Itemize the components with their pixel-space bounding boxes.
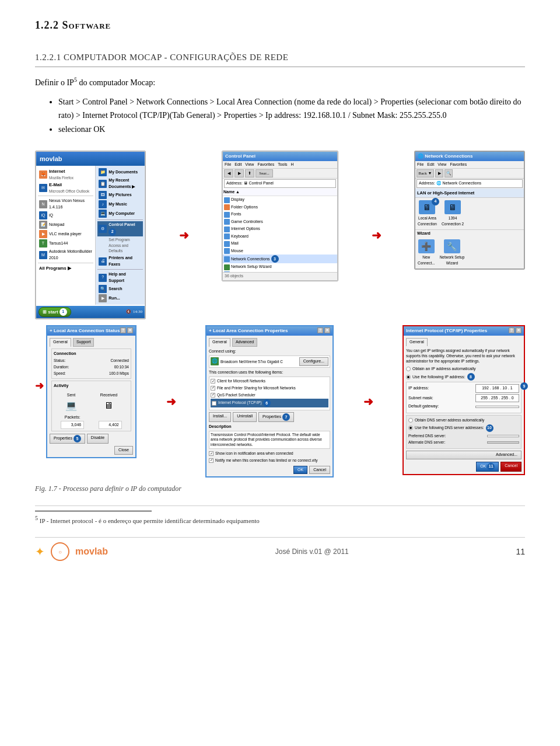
- tcp-btn-row: OK 11 Cancel: [406, 462, 522, 472]
- configure-btn[interactable]: Configure...: [299, 357, 328, 366]
- dialog-close-btn[interactable]: ✕: [127, 327, 133, 333]
- uninstall-btn[interactable]: Uninstall: [233, 412, 257, 422]
- start-menu-sim: movlab 🦊 Internet Mozilla Firefox ✉ E-: [36, 151, 145, 319]
- menu-item-mydocs: 📁 My Documents: [97, 168, 143, 177]
- install-btn[interactable]: Install...: [209, 412, 231, 422]
- net-back-button[interactable]: Back ▼: [416, 169, 434, 177]
- menu-item-computer: 💻 My Computer: [97, 209, 143, 218]
- menu-item-recent: 📋 My Recent Documents ▶: [97, 177, 143, 190]
- cp-item-folder[interactable]: Folder Options: [223, 204, 337, 211]
- menu-item-run: ▶ Run...: [97, 294, 143, 303]
- forward-button[interactable]: ▶: [235, 169, 244, 177]
- cp-header: Control Panel: [223, 152, 337, 161]
- back-button[interactable]: ◀: [224, 169, 233, 177]
- tcp-help-btn[interactable]: ?: [509, 327, 514, 333]
- received-info: Received 🖥: [100, 392, 117, 413]
- dns-section: Obtain DNS server address automatically …: [406, 415, 522, 449]
- sent-info: Sent 💻: [65, 392, 77, 413]
- alternate-dns-field[interactable]: [487, 441, 519, 444]
- ok-btn-la[interactable]: OK: [293, 466, 307, 475]
- fileprint-checkbox[interactable]: ✓: [211, 386, 215, 391]
- dialog-help-btn[interactable]: ?: [120, 327, 126, 333]
- menu-item-motionbuilder: M Autodesk MotionBuilder 2010: [38, 248, 93, 262]
- ip-address-field[interactable]: 192 . 168 . 10 . 1 9: [475, 384, 519, 393]
- client-checkbox[interactable]: ✓: [211, 379, 215, 384]
- auto-ip-radio[interactable]: [406, 367, 411, 371]
- net-search-button[interactable]: 🔍: [444, 169, 453, 177]
- notify-check[interactable]: ✓: [209, 458, 214, 463]
- tcp-close-btn[interactable]: ✕: [516, 327, 522, 333]
- figure-caption: Fig. 1.7 - Processo para definir o IP do…: [35, 483, 525, 494]
- cancel-btn-tcp[interactable]: Cancel: [501, 462, 522, 472]
- menu-item-internet: 🦊 Internet Mozilla Firefox: [38, 168, 93, 181]
- close-btn[interactable]: Close: [114, 446, 133, 455]
- net-icon-setup-wizard[interactable]: 🔧 Network SetupWizard: [440, 239, 465, 266]
- connect-using-label: Connect using:: [209, 348, 330, 355]
- menu-item-controlpanel[interactable]: ⚙ Control Panel 2: [97, 221, 143, 236]
- advanced-btn[interactable]: Advanced...: [406, 451, 522, 459]
- items-buttons: Install... Uninstall Properties 7: [209, 412, 330, 422]
- net-wizard-icons: ➕ NewConnect... 🔧 Network SetupWizard: [415, 237, 524, 269]
- tab-support[interactable]: Support: [73, 338, 94, 347]
- props-btn[interactable]: Properties 7: [258, 412, 294, 422]
- net-icon-1394[interactable]: 🖥 1394Connection 2: [442, 200, 464, 227]
- screenshot-control-panel: Control Panel File Edit View Favorites T…: [222, 151, 338, 281]
- net-icon-local[interactable]: 🖥 Local AreaConnection 4: [418, 200, 437, 227]
- screenshot-la-status: + Local Area Connection Status ? ✕ Gener…: [46, 325, 136, 458]
- cp-item-game[interactable]: Game Controllers: [223, 218, 337, 226]
- tcp-description: You can get IP settings assigned automat…: [406, 348, 522, 364]
- up-button[interactable]: ⬆: [245, 169, 254, 177]
- nexus-icon: N: [39, 200, 47, 208]
- qos-checkbox[interactable]: ✓: [211, 393, 215, 398]
- show-icon-check[interactable]: ✓: [209, 451, 214, 456]
- activity-section: Activity Sent 💻 Received 🖥 Pac: [51, 381, 131, 431]
- cp-item-display[interactable]: Display: [223, 196, 337, 204]
- net-address-bar[interactable]: Address: 🌐 Network Connections: [416, 179, 523, 188]
- status-row: Status:Connected: [54, 358, 129, 364]
- cp-item-mail[interactable]: Mail: [223, 240, 337, 247]
- properties-btn[interactable]: Properties 5: [50, 434, 85, 444]
- connection-uses-label: This connection uses the following items…: [209, 369, 330, 376]
- footnote-line: [35, 511, 152, 511]
- menu-item-help: ? Help and Support: [97, 271, 143, 284]
- menu-item-nexus: N Nexus Vicon Nexus 1.4.116: [38, 197, 93, 211]
- la-tab-general[interactable]: General: [209, 338, 230, 347]
- cp-item-netwiz[interactable]: Network Setup Wizard: [223, 263, 337, 271]
- cp-item-internet[interactable]: Internet Options: [223, 225, 337, 233]
- net-icons-row: 🖥 Local AreaConnection 4 🖥 1394Connectio…: [415, 198, 524, 229]
- la-props-close-btn[interactable]: ✕: [324, 327, 330, 333]
- manual-ip-radio[interactable]: [406, 375, 411, 379]
- la-tab-advanced[interactable]: Advanced: [232, 338, 257, 347]
- tcp-tab-general[interactable]: General: [406, 338, 428, 346]
- preferred-dns-field[interactable]: [487, 435, 519, 437]
- tcpip-checkbox[interactable]: ✓: [212, 401, 216, 406]
- menu-item-allprograms[interactable]: All Programs ▶: [38, 264, 93, 272]
- advanced-btn-row: Advanced...: [406, 451, 522, 459]
- cp-item-mouse[interactable]: Mouse: [223, 247, 337, 255]
- start-button[interactable]: ⊞ start 1: [38, 307, 71, 317]
- subnet-field[interactable]: 255 . 255 . 255 . 0: [475, 394, 519, 403]
- movlab-text-logo: movlab: [75, 545, 108, 559]
- net-fwd-button[interactable]: ▶: [435, 169, 443, 177]
- menu-item-tarsus: T Tarsus144: [38, 239, 93, 248]
- cp-item-netconn[interactable]: Network Connections 3: [223, 255, 337, 263]
- dns-manual-radio[interactable]: [408, 426, 413, 430]
- gateway-field[interactable]: [475, 406, 519, 408]
- list-item: Start > Control Panel > Network Connecti…: [58, 95, 525, 123]
- cp-status-bar: 36 objects: [223, 272, 337, 280]
- email-icon: ✉: [39, 184, 47, 192]
- dns-auto-radio[interactable]: [408, 418, 413, 423]
- music-icon: ♪: [99, 200, 107, 208]
- cp-item-fonts[interactable]: Fonts: [223, 211, 337, 218]
- ok-btn-tcp[interactable]: OK 11: [476, 462, 499, 472]
- close-row: Close: [50, 446, 133, 455]
- la-props-help-btn[interactable]: ?: [317, 327, 323, 333]
- screenshot-tcp-props: Internet Protocol (TCP/IP) Properties ? …: [402, 325, 525, 475]
- cp-address-bar[interactable]: Address: 🖥 Control Panel: [224, 179, 336, 188]
- cp-item-keyboard[interactable]: Keyboard: [223, 233, 337, 240]
- search-button[interactable]: Sear...: [256, 169, 273, 177]
- tab-general[interactable]: General: [50, 338, 71, 347]
- cancel-btn-la[interactable]: Cancel: [309, 466, 330, 475]
- disable-btn[interactable]: Disable: [87, 434, 108, 444]
- net-icon-newconn[interactable]: ➕ NewConnect...: [418, 239, 435, 266]
